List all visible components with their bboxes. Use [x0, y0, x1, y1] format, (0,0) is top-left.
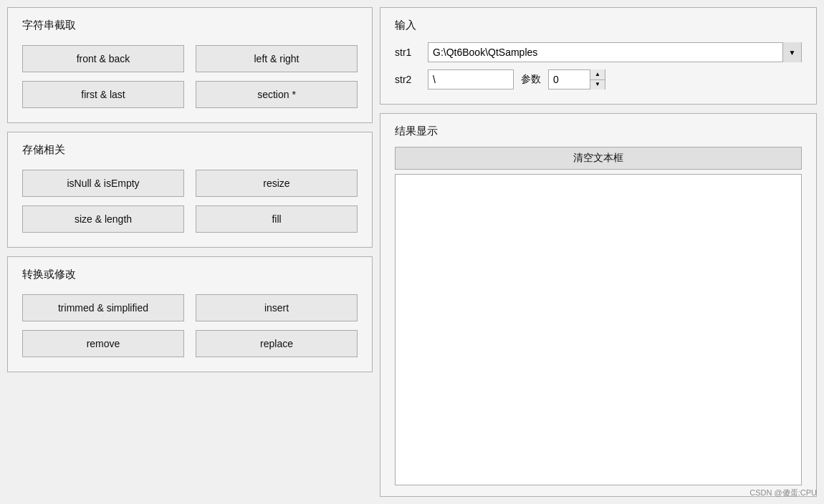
right-panel: 输入 str1 ▼ str2 ▼ 参数: [380, 7, 817, 497]
str2-combo[interactable]: ▼: [428, 69, 514, 89]
convert-grid: trimmed & simplified insert remove repla…: [22, 294, 358, 357]
clear-textbox-btn[interactable]: 清空文本框: [395, 147, 802, 170]
replace-btn[interactable]: replace: [196, 330, 358, 357]
left-panel: 字符串截取 front & back left & right first & …: [7, 7, 373, 497]
param-spinbox[interactable]: ▲ ▼: [548, 69, 605, 89]
str1-input[interactable]: [428, 47, 782, 58]
isnull-isempty-btn[interactable]: isNull & isEmpty: [22, 170, 184, 197]
str2-input[interactable]: [428, 74, 562, 85]
param-input[interactable]: [549, 74, 590, 85]
input-section: 输入 str1 ▼ str2 ▼ 参数: [380, 7, 817, 105]
input-title: 输入: [395, 19, 802, 32]
string-cut-grid: front & back left & right first & last s…: [22, 45, 358, 108]
string-cut-section: 字符串截取 front & back left & right first & …: [7, 7, 373, 123]
str1-label: str1: [395, 47, 421, 58]
str2-row: str2 ▼ 参数 ▲ ▼: [395, 69, 802, 89]
spin-up-btn[interactable]: ▲: [590, 69, 605, 80]
convert-title: 转换或修改: [22, 268, 358, 281]
spin-down-btn[interactable]: ▼: [590, 80, 605, 90]
result-section: 结果显示 清空文本框: [380, 113, 817, 497]
spinbox-arrows: ▲ ▼: [590, 69, 605, 89]
section-btn[interactable]: section *: [196, 81, 358, 108]
str1-combo[interactable]: ▼: [428, 42, 802, 62]
result-textarea[interactable]: [395, 174, 802, 485]
result-title: 结果显示: [395, 125, 802, 138]
str1-dropdown-arrow[interactable]: ▼: [782, 42, 801, 62]
left-right-btn[interactable]: left & right: [196, 45, 358, 72]
string-cut-title: 字符串截取: [22, 19, 358, 32]
storage-grid: isNull & isEmpty resize size & length fi…: [22, 170, 358, 233]
trimmed-simplified-btn[interactable]: trimmed & simplified: [22, 294, 184, 321]
first-last-btn[interactable]: first & last: [22, 81, 184, 108]
str1-row: str1 ▼: [395, 42, 802, 62]
storage-section: 存储相关 isNull & isEmpty resize size & leng…: [7, 132, 373, 248]
insert-btn[interactable]: insert: [196, 294, 358, 321]
param-label: 参数: [521, 73, 541, 86]
resize-btn[interactable]: resize: [196, 170, 358, 197]
convert-section: 转换或修改 trimmed & simplified insert remove…: [7, 256, 373, 372]
size-length-btn[interactable]: size & length: [22, 205, 184, 233]
watermark: CSDN @傻蛋:CPU: [749, 488, 817, 498]
front-back-btn[interactable]: front & back: [22, 45, 184, 72]
remove-btn[interactable]: remove: [22, 330, 184, 357]
str2-label: str2: [395, 74, 421, 85]
fill-btn[interactable]: fill: [196, 205, 358, 233]
storage-title: 存储相关: [22, 143, 358, 157]
